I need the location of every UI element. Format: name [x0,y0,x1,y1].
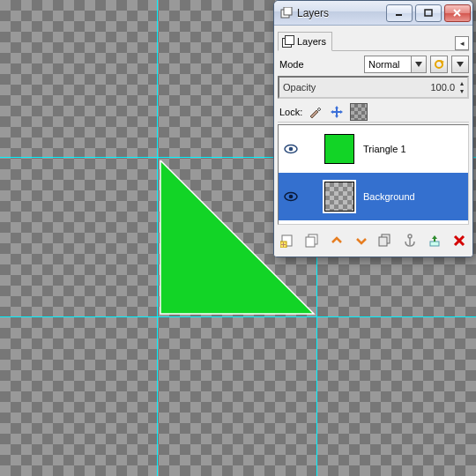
opacity-spin-down[interactable]: ▾ [457,87,467,95]
layer-row[interactable]: Background [279,173,468,220]
layer-list[interactable]: Triangle 1 Background [278,124,469,225]
lock-pixels-toggle[interactable] [308,104,324,120]
layers-icon [282,35,294,48]
layer-name[interactable]: Background [363,191,463,202]
svg-rect-4 [425,10,432,16]
layer-name[interactable]: Triangle 1 [363,144,463,154]
mode-label: Mode [278,59,304,70]
opacity-label: Opacity [283,82,430,93]
titlebar[interactable]: Layers [274,1,472,26]
lock-label: Lock: [279,107,302,117]
svg-point-14 [289,195,294,199]
layer-toolbar [278,230,469,251]
tab-layers[interactable]: Layers [278,32,332,51]
lock-alpha-toggle[interactable] [350,103,368,121]
close-button[interactable] [444,4,471,22]
minimize-button[interactable] [386,4,413,22]
opacity-value: 100.0 [430,82,457,93]
lock-position-toggle[interactable] [329,104,345,120]
svg-rect-20 [306,237,315,247]
opacity-slider[interactable]: Opacity 100.0 ▴ ▾ [278,76,469,99]
window-title: Layers [297,7,386,19]
svg-rect-2 [284,7,292,15]
svg-point-12 [289,147,294,152]
svg-marker-26 [432,235,437,242]
mode-select[interactable]: Normal [364,56,427,73]
new-layer-button[interactable] [279,233,295,249]
dock-tab-bar: Layers ◂ [278,29,469,51]
merge-down-button[interactable] [427,233,443,249]
mode-value: Normal [368,59,399,70]
raise-layer-button[interactable] [329,233,345,249]
lower-layer-button[interactable] [353,233,369,249]
svg-marker-10 [457,62,464,67]
tab-label: Layers [297,36,326,47]
duplicate-layer-button[interactable] [377,233,393,249]
svg-rect-25 [430,242,439,246]
lock-row: Lock: [278,102,469,123]
guide-horizontal[interactable] [0,316,476,317]
app-icon [279,6,294,20]
layers-dialog-window: Layers Layers ◂ Mode Normal [273,0,473,257]
layer-row[interactable]: Triangle 1 [279,125,468,173]
mode-row: Mode Normal [278,55,469,74]
opacity-spin-up[interactable]: ▴ [457,79,467,87]
anchor-layer-button[interactable] [402,233,418,249]
tab-menu-button[interactable]: ◂ [455,36,469,50]
maximize-button[interactable] [415,4,442,22]
mode-reset-button[interactable] [430,56,448,73]
visibility-toggle[interactable] [284,190,298,204]
mode-extra-button[interactable] [451,56,469,73]
new-layer-group-button[interactable] [304,233,320,249]
chevron-down-icon[interactable] [412,56,427,73]
layer-thumbnail[interactable] [324,134,354,164]
svg-point-23 [408,234,412,238]
svg-marker-7 [415,62,422,67]
svg-rect-22 [379,237,387,246]
delete-layer-button[interactable] [451,233,467,249]
visibility-toggle[interactable] [284,142,298,156]
layer-thumbnail[interactable] [324,182,354,212]
